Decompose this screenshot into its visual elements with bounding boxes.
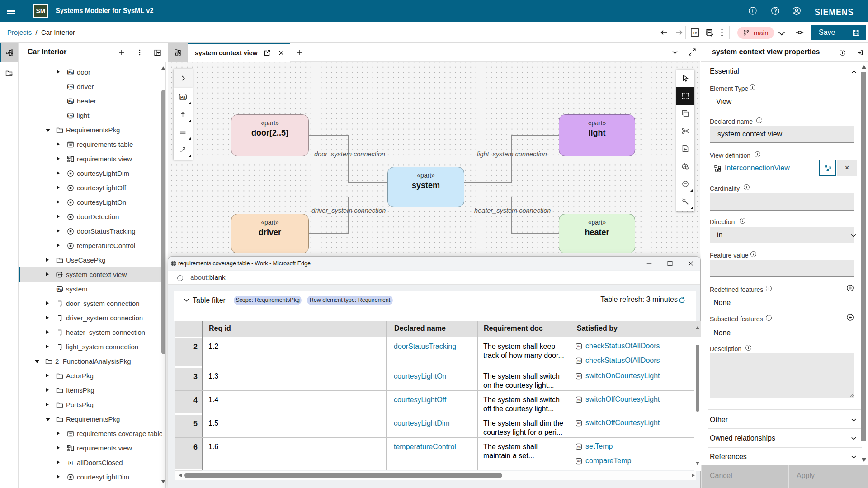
svg-text:Tc: Tc xyxy=(693,31,697,35)
